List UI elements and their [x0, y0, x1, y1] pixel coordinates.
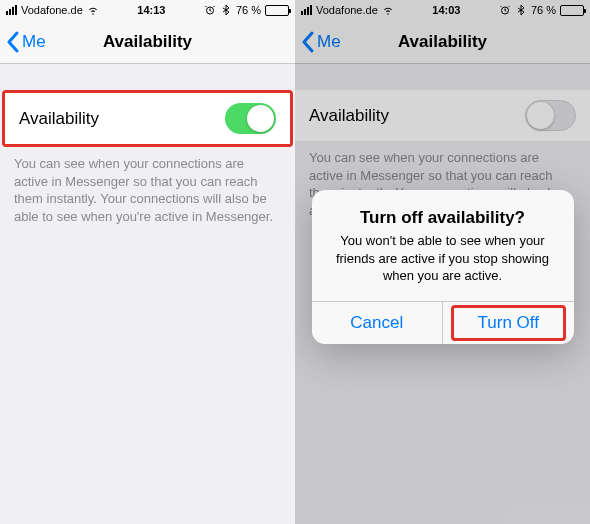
availability-row-wrap: Availability [295, 90, 590, 141]
availability-row-highlight: Availability [2, 90, 293, 147]
signal-icon [301, 5, 312, 15]
alarm-icon [204, 4, 216, 16]
nav-bar: Me Availability [295, 20, 590, 64]
battery-icon [560, 5, 584, 16]
turn-off-alert: Turn off availability? You won't be able… [312, 190, 574, 344]
availability-toggle[interactable] [225, 103, 276, 134]
battery-pct-label: 76 % [531, 4, 556, 16]
alert-title: Turn off availability? [328, 208, 558, 228]
phone-left: Vodafone.de 14:13 76 % Me [0, 0, 295, 524]
bluetooth-icon [220, 4, 232, 16]
status-time: 14:13 [99, 4, 204, 16]
bluetooth-icon [515, 4, 527, 16]
nav-bar: Me Availability [0, 20, 295, 64]
alarm-icon [499, 4, 511, 16]
availability-toggle[interactable] [525, 100, 576, 131]
wifi-icon [87, 4, 99, 16]
signal-icon [6, 5, 17, 15]
carrier-label: Vodafone.de [316, 4, 378, 16]
battery-icon [265, 5, 289, 16]
availability-description: You can see when your connections are ac… [0, 147, 295, 225]
status-bar: Vodafone.de 14:03 76 % [295, 0, 590, 20]
carrier-label: Vodafone.de [21, 4, 83, 16]
chevron-left-icon [6, 31, 19, 53]
phone-right: Vodafone.de 14:03 76 % Me [295, 0, 590, 524]
status-time: 14:03 [394, 4, 499, 16]
back-label: Me [317, 32, 341, 52]
status-bar: Vodafone.de 14:13 76 % [0, 0, 295, 20]
back-button[interactable]: Me [295, 31, 341, 53]
wifi-icon [382, 4, 394, 16]
back-button[interactable]: Me [0, 31, 46, 53]
alert-message: You won't be able to see when your frien… [328, 232, 558, 285]
availability-label: Availability [309, 106, 389, 126]
cancel-button[interactable]: Cancel [312, 302, 443, 344]
availability-row[interactable]: Availability [295, 90, 590, 141]
turn-off-button[interactable]: Turn Off [442, 302, 574, 344]
battery-pct-label: 76 % [236, 4, 261, 16]
chevron-left-icon [301, 31, 314, 53]
back-label: Me [22, 32, 46, 52]
availability-row[interactable]: Availability [5, 93, 290, 144]
availability-label: Availability [19, 109, 99, 129]
